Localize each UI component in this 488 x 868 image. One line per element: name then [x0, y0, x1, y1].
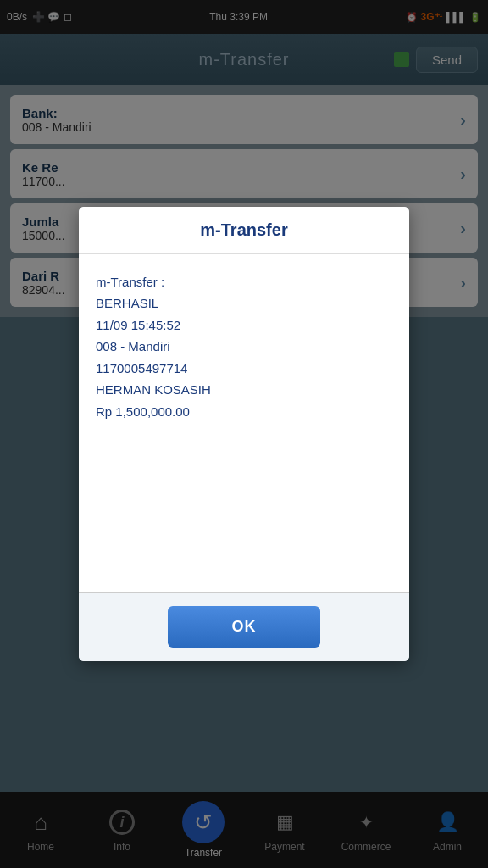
modal-overlay: m-Transfer m-Transfer : BERHASIL 11/09 1…: [0, 0, 488, 868]
dialog-line-3: 11/09 15:45:52: [96, 314, 392, 337]
dialog-line-1: m-Transfer :: [96, 271, 392, 293]
transfer-result-dialog: m-Transfer m-Transfer : BERHASIL 11/09 1…: [79, 207, 409, 662]
dialog-body: m-Transfer : BERHASIL 11/09 15:45:52 008…: [79, 254, 409, 593]
ok-button[interactable]: OK: [168, 606, 320, 648]
dialog-line-5: 1170005497714: [96, 358, 392, 380]
dialog-line-7: Rp 1,500,000.00: [96, 401, 392, 423]
dialog-footer: OK: [79, 592, 409, 661]
dialog-header: m-Transfer: [79, 207, 409, 254]
dialog-title: m-Transfer: [200, 220, 287, 239]
dialog-line-2: BERHASIL: [96, 292, 392, 314]
dialog-line-6: HERMAN KOSASIH: [96, 379, 392, 401]
dialog-line-4: 008 - Mandiri: [96, 336, 392, 358]
